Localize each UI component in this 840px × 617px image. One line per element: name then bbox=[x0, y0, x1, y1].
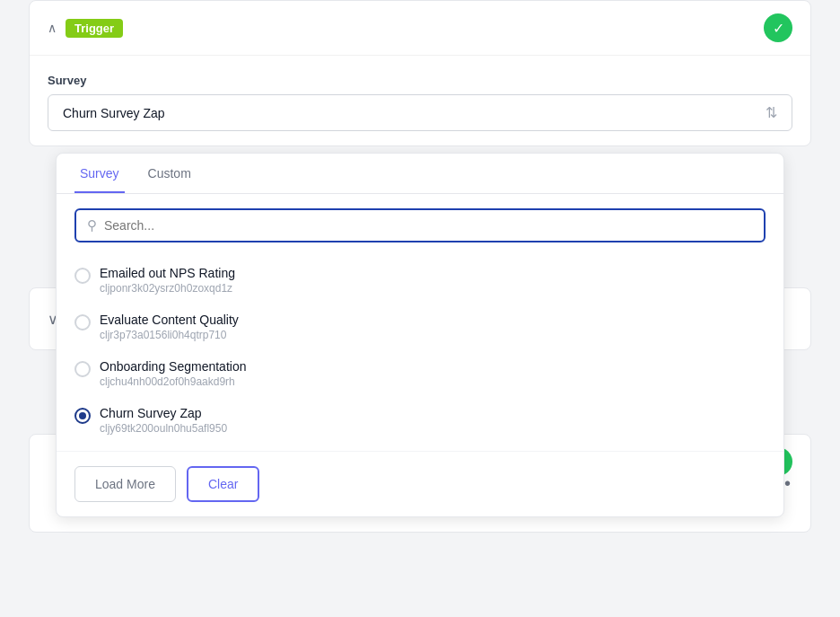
list-item[interactable]: Evaluate Content Quality cljr3p73a0156li… bbox=[74, 304, 766, 350]
page-wrapper: ∨ ••• ✓ ∧ Trigger ✓ Survey Churn Survey … bbox=[0, 0, 840, 617]
tab-custom[interactable]: Custom bbox=[143, 154, 197, 193]
load-more-button[interactable]: Load More bbox=[74, 466, 176, 502]
radio-subtitle-emailed-nps: cljponr3k02ysrz0h0zoxqd1z bbox=[100, 282, 235, 295]
radio-title-emailed-nps: Emailed out NPS Rating bbox=[100, 266, 235, 280]
radio-subtitle-churn-survey: cljy69tk200ouln0hu5afl950 bbox=[100, 422, 227, 435]
select-arrows-icon: ⇅ bbox=[766, 104, 777, 121]
radio-list: Emailed out NPS Rating cljponr3k02ysrz0h… bbox=[57, 253, 783, 451]
survey-section: Survey Churn Survey Zap ⇅ bbox=[30, 56, 810, 145]
radio-subtitle-onboarding: cljchu4nh00d2of0h9aakd9rh bbox=[100, 375, 246, 388]
search-wrapper: ⚲ bbox=[57, 194, 783, 253]
tab-survey[interactable]: Survey bbox=[74, 154, 125, 193]
bottom-buttons: Load More Clear bbox=[57, 451, 783, 516]
radio-circle-emailed-nps[interactable] bbox=[74, 268, 91, 284]
survey-select[interactable]: Churn Survey Zap ⇅ bbox=[48, 94, 792, 131]
radio-subtitle-evaluate-content: cljr3p73a0156li0h4qtrp710 bbox=[100, 329, 239, 341]
radio-title-onboarding: Onboarding Segmentation bbox=[100, 359, 246, 374]
search-input[interactable] bbox=[104, 218, 753, 233]
radio-title-evaluate-content: Evaluate Content Quality bbox=[100, 313, 239, 327]
trigger-badge: Trigger bbox=[66, 19, 123, 38]
trigger-complete-icon: ✓ bbox=[764, 13, 792, 42]
search-box: ⚲ bbox=[74, 208, 766, 242]
radio-title-churn-survey: Churn Survey Zap bbox=[100, 406, 227, 420]
collapse-icon[interactable]: ∧ bbox=[48, 21, 57, 35]
radio-circle-churn-survey[interactable] bbox=[74, 408, 91, 424]
trigger-left: ∧ Trigger bbox=[48, 19, 123, 38]
list-item[interactable]: Onboarding Segmentation cljchu4nh00d2of0… bbox=[74, 350, 766, 397]
dropdown-panel: Survey Custom ⚲ Emailed out NPS Rating c… bbox=[56, 153, 784, 517]
tabs-row: Survey Custom bbox=[57, 154, 783, 194]
radio-circle-evaluate-content[interactable] bbox=[74, 314, 91, 331]
main-panel: ∧ Trigger ✓ Survey Churn Survey Zap ⇅ bbox=[29, 0, 811, 146]
clear-button[interactable]: Clear bbox=[187, 466, 259, 502]
survey-select-value: Churn Survey Zap bbox=[63, 106, 165, 120]
search-icon: ⚲ bbox=[87, 217, 97, 234]
list-item[interactable]: Emailed out NPS Rating cljponr3k02ysrz0h… bbox=[74, 257, 766, 304]
survey-label: Survey bbox=[48, 74, 792, 87]
list-item[interactable]: Churn Survey Zap cljy69tk200ouln0hu5afl9… bbox=[74, 397, 766, 444]
trigger-header: ∧ Trigger ✓ bbox=[30, 1, 810, 56]
radio-circle-onboarding[interactable] bbox=[74, 361, 91, 377]
